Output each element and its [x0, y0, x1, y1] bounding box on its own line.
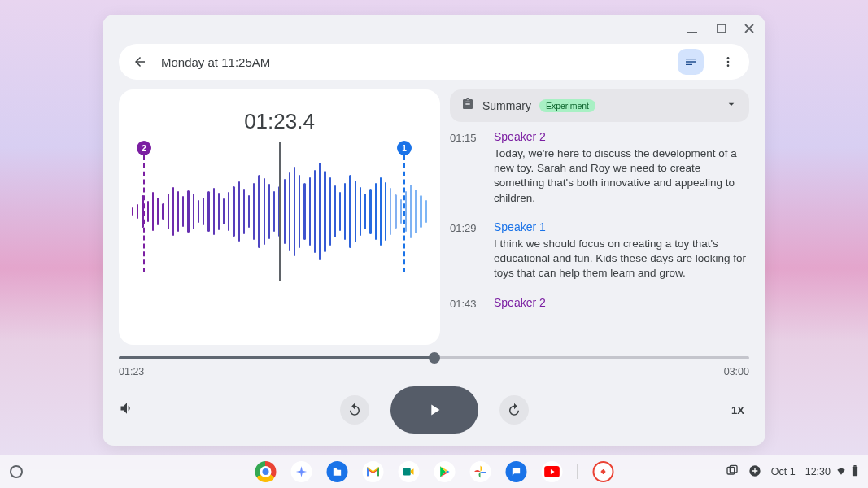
meet-icon[interactable]	[398, 461, 419, 482]
status-area[interactable]: Oct 1 12:30	[726, 464, 858, 480]
transcript-time: 01:15	[450, 130, 478, 206]
experiment-badge: Experiment	[539, 99, 595, 112]
playhead	[279, 142, 281, 281]
playback-controls: 01:23 03:00 1X	[119, 356, 749, 434]
progress-slider[interactable]	[119, 356, 749, 359]
titlebar	[103, 15, 765, 44]
forward-10-button[interactable]	[499, 395, 529, 425]
progress-thumb[interactable]	[429, 352, 440, 364]
transcript-row[interactable]: 01:43 Speaker 2	[450, 296, 749, 312]
chevron-down-icon[interactable]	[725, 98, 738, 114]
transcript-time: 01:29	[450, 220, 478, 281]
add-icon[interactable]	[748, 464, 761, 480]
recording-title: Monday at 11:25AM	[161, 55, 666, 69]
photos-icon[interactable]	[469, 461, 491, 482]
speaker-label[interactable]: Speaker 2	[494, 296, 749, 309]
transcript-text: I think we should focus on creating a to…	[494, 237, 749, 281]
transcript-list[interactable]: 01:15 Speaker 2 Today, we're here to dis…	[450, 130, 749, 345]
transcript-time: 01:43	[450, 296, 478, 312]
svg-point-4	[727, 64, 730, 67]
transcript-row[interactable]: 01:15 Speaker 2 Today, we're here to dis…	[450, 130, 749, 206]
shelf-time[interactable]: 12:30	[805, 466, 831, 477]
shelf-apps	[255, 461, 613, 482]
volume-button[interactable]	[119, 400, 135, 420]
svg-point-7	[601, 470, 605, 474]
gemini-icon[interactable]	[290, 461, 312, 482]
gmail-icon[interactable]	[362, 461, 383, 482]
svg-point-2	[727, 57, 730, 59]
svg-point-3	[727, 61, 730, 63]
shelf: Oct 1 12:30	[0, 455, 868, 488]
messages-icon[interactable]	[505, 461, 526, 482]
summary-label: Summary	[482, 99, 531, 112]
svg-rect-8	[727, 467, 735, 474]
svg-rect-1	[718, 24, 726, 33]
wifi-icon[interactable]	[835, 465, 847, 479]
youtube-icon[interactable]	[541, 461, 562, 482]
total-time: 03:00	[724, 366, 749, 377]
transcript-row[interactable]: 01:29 Speaker 1 I think we should focus …	[450, 220, 749, 281]
files-icon[interactable]	[326, 461, 347, 482]
svg-rect-0	[687, 32, 697, 33]
maximize-button[interactable]	[717, 23, 726, 36]
launcher-button[interactable]	[10, 465, 23, 478]
svg-rect-12	[853, 465, 856, 467]
playback-speed-button[interactable]: 1X	[731, 404, 744, 416]
transcript-toggle-button[interactable]	[678, 49, 704, 75]
speaker-label[interactable]: Speaker 1	[494, 220, 749, 233]
content-row: 01:23.4 2 1 Summary Experiment	[119, 89, 749, 345]
header-bar: Monday at 11:25AM	[119, 44, 749, 80]
transcript-text: Today, we're here to discuss the develop…	[494, 146, 749, 206]
current-time: 01:23	[119, 366, 144, 377]
recorder-icon[interactable]	[592, 461, 613, 482]
speaker-label[interactable]: Speaker 2	[494, 130, 749, 143]
summary-icon	[461, 98, 474, 114]
waveform-panel: 01:23.4 2 1	[119, 89, 440, 345]
svg-rect-5	[403, 468, 410, 476]
minimize-button[interactable]	[687, 23, 699, 37]
app-window: Monday at 11:25AM 01:23.4 2 1	[103, 15, 765, 446]
progress-fill	[119, 356, 434, 359]
summary-bar[interactable]: Summary Experiment	[450, 89, 749, 122]
waveform[interactable]: 2 1	[132, 142, 427, 281]
more-options-button[interactable]	[715, 49, 741, 75]
shelf-date[interactable]: Oct 1	[771, 466, 796, 477]
timecode-display: 01:23.4	[244, 109, 315, 134]
back-button[interactable]	[130, 52, 150, 72]
overview-icon[interactable]	[726, 464, 739, 480]
play-button[interactable]	[390, 386, 478, 434]
battery-icon[interactable]	[852, 465, 858, 479]
svg-rect-11	[853, 466, 857, 476]
rewind-10-button[interactable]	[340, 395, 369, 425]
svg-rect-9	[730, 465, 737, 473]
close-button[interactable]	[744, 23, 754, 36]
shelf-divider	[577, 464, 578, 479]
chrome-icon[interactable]	[255, 461, 276, 482]
play-store-icon[interactable]	[434, 461, 455, 482]
transcript-panel: Summary Experiment 01:15 Speaker 2 Today…	[450, 89, 749, 345]
